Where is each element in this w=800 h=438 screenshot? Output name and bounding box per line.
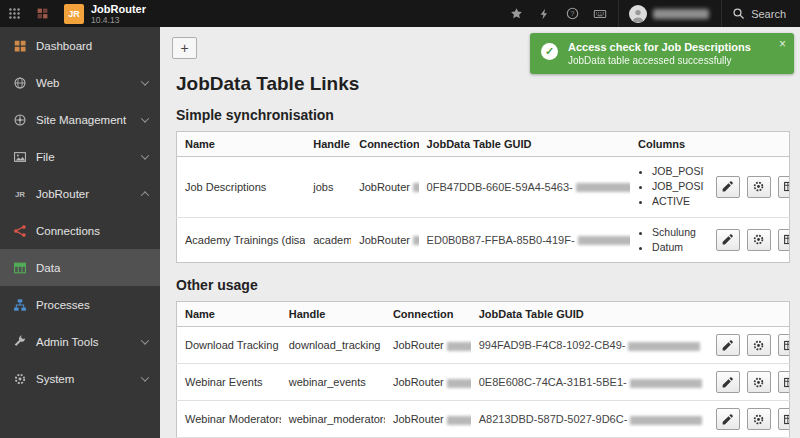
cell-name: Download Tracking xyxy=(177,327,281,364)
cell-actions xyxy=(704,364,790,401)
connections-icon xyxy=(12,223,27,238)
table-data-button[interactable] xyxy=(778,408,790,430)
sidebar-item-jobrouter[interactable]: JR JobRouter xyxy=(0,175,160,212)
notification-message: JobData table accessed successfully xyxy=(568,54,770,67)
table-data-button[interactable] xyxy=(778,176,790,198)
cell-guid: A8213DBD-587D-5027-9D6C- xyxy=(471,401,704,438)
sidebar-item-system[interactable]: System xyxy=(0,360,160,397)
add-tab-button[interactable]: + xyxy=(172,37,197,59)
guid-prefix: 994FAD9B-F4C8-1092-CB49- xyxy=(479,339,626,351)
sidebar-item-data[interactable]: Data xyxy=(0,249,160,286)
column-item: ACTIVE xyxy=(652,194,696,209)
sidebar-item-connections[interactable]: Connections xyxy=(0,212,160,249)
search-control[interactable]: Search xyxy=(732,7,786,20)
sync-settings-button[interactable] xyxy=(747,334,771,356)
star-icon[interactable] xyxy=(507,5,525,23)
table-data-button[interactable] xyxy=(778,334,790,356)
cell-connection: JobRouter xyxy=(385,364,471,401)
cell-actions xyxy=(704,401,790,438)
table-icon xyxy=(783,376,789,389)
chevron-down-icon xyxy=(141,77,149,85)
table-icon xyxy=(783,339,789,352)
sync-settings-button[interactable] xyxy=(747,408,771,430)
sidebar: Dashboard Web Site Management File JR Jo… xyxy=(0,27,160,438)
sidebar-item-site-management[interactable]: Site Management xyxy=(0,101,160,138)
edit-button[interactable] xyxy=(716,176,740,198)
chevron-down-icon xyxy=(141,336,149,344)
site-management-icon xyxy=(12,112,27,127)
close-icon[interactable]: × xyxy=(779,37,786,51)
table-row: Download Tracking download_tracking JobR… xyxy=(177,327,790,364)
sync-settings-button[interactable] xyxy=(747,229,771,251)
sidebar-item-dashboard[interactable]: Dashboard xyxy=(0,27,160,64)
edit-pencil-icon xyxy=(721,413,734,426)
jobrouter-logo[interactable]: JR xyxy=(64,4,84,24)
dashboard-icon xyxy=(12,38,27,53)
cell-handle: webinar_events xyxy=(281,364,385,401)
column-header: Handle xyxy=(305,132,351,157)
settings-gear-icon xyxy=(752,233,765,246)
bolt-icon[interactable] xyxy=(535,5,553,23)
connection-name: JobRouter xyxy=(393,339,444,351)
edit-button[interactable] xyxy=(716,334,740,356)
cell-connection: JobRouter xyxy=(351,217,418,262)
sidebar-item-label: Processes xyxy=(36,299,90,311)
pinned-app-icon[interactable] xyxy=(33,5,51,23)
search-label: Search xyxy=(751,8,786,20)
edit-button[interactable] xyxy=(716,371,740,393)
column-header: JobData Table GUID xyxy=(471,302,704,327)
cell-handle: jobs xyxy=(305,157,351,218)
actions-column-header xyxy=(704,302,790,327)
cell-guid: 994FAD9B-F4C8-1092-CB49- xyxy=(471,327,704,364)
edit-pencil-icon xyxy=(721,339,734,352)
app-title: JobRouter 10.4.13 xyxy=(91,3,146,25)
cell-actions xyxy=(704,157,790,218)
section-heading-other-usage: Other usage xyxy=(176,277,790,293)
sidebar-item-web[interactable]: Web xyxy=(0,64,160,101)
sidebar-item-admin-tools[interactable]: Admin Tools xyxy=(0,323,160,360)
edit-button[interactable] xyxy=(716,408,740,430)
sync-settings-button[interactable] xyxy=(747,176,771,198)
sync-settings-button[interactable] xyxy=(747,371,771,393)
cell-connection: JobRouter xyxy=(351,157,418,218)
sidebar-item-processes[interactable]: Processes xyxy=(0,286,160,323)
app-version: 10.4.13 xyxy=(91,15,146,25)
gear-icon xyxy=(12,371,27,386)
keyboard-icon[interactable] xyxy=(591,5,609,23)
cell-guid: 0E8E608C-74CA-31B1-5BE1- xyxy=(471,364,704,401)
cell-connection: JobRouter xyxy=(385,327,471,364)
column-header: Connection xyxy=(385,302,471,327)
table-header-row: Name Handle Connection JobData Table GUI… xyxy=(177,132,790,157)
sidebar-item-file[interactable]: File xyxy=(0,138,160,175)
app-name: JobRouter xyxy=(91,3,146,15)
table-row: Job Descriptions jobs JobRouter 0FB47DDB… xyxy=(177,157,790,218)
sidebar-item-label: Site Management xyxy=(36,114,126,126)
simple-sync-table: Name Handle Connection JobData Table GUI… xyxy=(176,131,790,263)
table-row: Webinar Moderators webinar_moderators Jo… xyxy=(177,401,790,438)
cell-handle: academy xyxy=(305,217,351,262)
actions-column-header xyxy=(704,132,790,157)
settings-gear-icon xyxy=(752,339,765,352)
column-item: Schulung xyxy=(652,225,696,240)
redacted-text xyxy=(630,379,702,388)
sidebar-item-label: Data xyxy=(36,262,60,274)
redacted-text xyxy=(630,416,702,425)
cell-handle: download_tracking xyxy=(281,327,385,364)
cell-guid: 0FB47DDB-660E-59A4-5463- xyxy=(419,157,631,218)
redacted-text xyxy=(447,379,471,388)
edit-button[interactable] xyxy=(716,229,740,251)
cell-name: Webinar Events xyxy=(177,364,281,401)
table-data-button[interactable] xyxy=(778,371,790,393)
cell-name: Job Descriptions xyxy=(177,157,306,218)
sidebar-item-label: Dashboard xyxy=(36,40,92,52)
user-avatar-icon[interactable] xyxy=(629,5,647,23)
table-icon xyxy=(783,413,789,426)
edit-pencil-icon xyxy=(721,233,734,246)
page-title: JobData Table Links xyxy=(176,73,790,95)
table-row: Webinar Events webinar_events JobRouter … xyxy=(177,364,790,401)
column-item: JOB_POSITION_EN xyxy=(652,179,696,194)
help-icon[interactable]: ? xyxy=(563,5,581,23)
connection-name: JobRouter xyxy=(393,413,444,425)
table-data-button[interactable] xyxy=(778,229,790,251)
apps-icon[interactable] xyxy=(5,5,23,23)
